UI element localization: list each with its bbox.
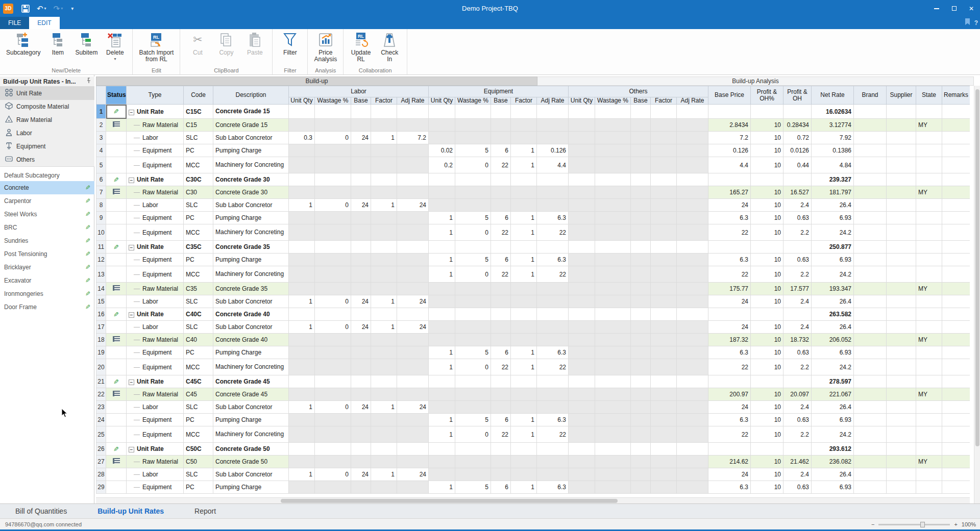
cell-equipment-base[interactable] [491, 401, 511, 414]
cell-equipment-adj-rate[interactable] [537, 295, 569, 308]
cell-base-price[interactable]: 24 [708, 199, 751, 212]
cell-code[interactable]: C45 [184, 388, 213, 401]
cell-net-rate[interactable]: 26.4 [812, 468, 854, 481]
cell-labor-wastage-%[interactable] [315, 224, 351, 241]
cell-others-base[interactable] [631, 321, 651, 334]
cell-labor-wastage-%[interactable] [315, 157, 351, 173]
cell-equipment-wastage-%[interactable] [455, 241, 491, 254]
cell-others-factor[interactable] [651, 359, 677, 375]
cell-status[interactable] [106, 321, 127, 334]
cell-others-factor[interactable] [651, 199, 677, 212]
cell-type[interactable]: —Equipment [127, 266, 184, 283]
cell-others-base[interactable] [631, 414, 651, 426]
cell-net-rate[interactable]: 7.92 [812, 132, 854, 144]
cell-others-adj-rate[interactable] [677, 199, 708, 212]
cell-brand[interactable] [854, 283, 887, 295]
cell-profit-oh-pct[interactable]: 10 [751, 346, 783, 359]
cell-equipment-base[interactable] [491, 119, 511, 132]
collapse-icon[interactable]: − [129, 380, 134, 385]
pin-icon[interactable] [86, 78, 91, 85]
cell-equipment-wastage-%[interactable] [455, 401, 491, 414]
cell-others-unit-qty[interactable] [569, 481, 595, 494]
row-number-cell[interactable]: 21 [96, 375, 106, 388]
cell-brand[interactable] [854, 481, 887, 494]
cell-net-rate[interactable]: 293.612 [812, 443, 854, 456]
cell-profit-oh[interactable]: 16.527 [783, 186, 812, 199]
cell-base-price[interactable]: 6.3 [708, 254, 751, 266]
cell-description[interactable]: Concrete Grade 40 [213, 334, 289, 346]
row-number-cell[interactable]: 11 [96, 241, 106, 254]
cell-others-unit-qty[interactable] [569, 144, 595, 157]
cell-base-price[interactable]: 6.3 [708, 346, 751, 359]
cell-base-price[interactable]: 22 [708, 224, 751, 241]
row-number-cell[interactable]: 9 [96, 212, 106, 224]
horizontal-scrollbar[interactable] [96, 497, 970, 503]
cell-profit-oh-pct[interactable]: 10 [751, 456, 783, 468]
cell-equipment-unit-qty[interactable] [429, 375, 455, 388]
cell-others-factor[interactable] [651, 212, 677, 224]
cell-equipment-adj-rate[interactable] [537, 388, 569, 401]
cell-profit-oh[interactable]: 0.44 [783, 157, 812, 173]
cell-net-rate[interactable]: 26.4 [812, 401, 854, 414]
cell-description[interactable]: Concrete Grade 50 [213, 456, 289, 468]
cell-status[interactable] [106, 359, 127, 375]
cell-net-rate[interactable]: 26.4 [812, 321, 854, 334]
subcategory-item-concrete[interactable]: Concrete✎ [0, 181, 94, 194]
cell-equipment-unit-qty[interactable] [429, 241, 455, 254]
cell-labor-factor[interactable]: 1 [371, 295, 397, 308]
cell-labor-unit-qty[interactable] [289, 224, 315, 241]
item-button[interactable]: Item [43, 30, 72, 56]
column-header-code[interactable]: Code [184, 86, 213, 105]
cell-others-factor[interactable] [651, 334, 677, 346]
cell-profit-oh[interactable]: 2.4 [783, 468, 812, 481]
update-rl-button[interactable]: RLUpdateRL [347, 30, 375, 63]
cell-status[interactable] [106, 414, 127, 426]
row-number-cell[interactable]: 15 [96, 295, 106, 308]
cell-net-rate[interactable]: 3.12774 [812, 119, 854, 132]
cell-others-unit-qty[interactable] [569, 426, 595, 443]
cell-description[interactable]: Machinery for Concreting [213, 266, 289, 283]
cell-labor-factor[interactable] [371, 283, 397, 295]
filter-button[interactable]: Filter [276, 30, 304, 56]
cell-equipment-unit-qty[interactable] [429, 456, 455, 468]
cell-others-wastage-%[interactable] [595, 443, 631, 456]
cell-equipment-wastage-%[interactable]: 0 [455, 157, 491, 173]
cell-equipment-base[interactable]: 6 [491, 254, 511, 266]
cell-profit-oh[interactable]: 0.63 [783, 481, 812, 494]
cell-labor-wastage-%[interactable] [315, 426, 351, 443]
cell-others-factor[interactable] [651, 173, 677, 186]
cell-state[interactable] [916, 308, 942, 321]
cell-brand[interactable] [854, 401, 887, 414]
cell-remarks[interactable] [942, 308, 970, 321]
cell-equipment-unit-qty[interactable] [429, 132, 455, 144]
cell-status[interactable]: ✎ [106, 375, 127, 388]
cell-description[interactable]: Sub Labor Concretor [213, 199, 289, 212]
cell-base-price[interactable] [708, 375, 751, 388]
cell-labor-unit-qty[interactable] [289, 375, 315, 388]
cell-others-factor[interactable] [651, 132, 677, 144]
cell-profit-oh-pct[interactable]: 10 [751, 144, 783, 157]
row-number-cell[interactable]: 26 [96, 443, 106, 456]
cell-equipment-factor[interactable] [511, 105, 537, 119]
cell-others-factor[interactable] [651, 283, 677, 295]
cell-others-wastage-%[interactable] [595, 388, 631, 401]
cell-others-factor[interactable] [651, 375, 677, 388]
column-header-profit-oh[interactable]: Profit & OH [783, 86, 812, 105]
cell-supplier[interactable] [887, 414, 916, 426]
cell-labor-wastage-%[interactable] [315, 443, 351, 456]
cell-status[interactable] [106, 212, 127, 224]
cell-supplier[interactable] [887, 334, 916, 346]
cell-profit-oh-pct[interactable] [751, 241, 783, 254]
edit-pencil-icon[interactable]: ✎ [85, 277, 90, 284]
cell-remarks[interactable] [942, 346, 970, 359]
cell-description[interactable]: Concrete Grade 35 [213, 241, 289, 254]
cell-equipment-unit-qty[interactable]: 0.02 [429, 144, 455, 157]
cell-labor-unit-qty[interactable] [289, 241, 315, 254]
cell-brand[interactable] [854, 212, 887, 224]
cell-others-wastage-%[interactable] [595, 426, 631, 443]
cell-net-rate[interactable]: 236.082 [812, 456, 854, 468]
cell-equipment-factor[interactable] [511, 321, 537, 334]
cell-others-factor[interactable] [651, 401, 677, 414]
sub-header-base[interactable]: Base [631, 97, 651, 105]
cell-labor-base[interactable] [351, 173, 371, 186]
